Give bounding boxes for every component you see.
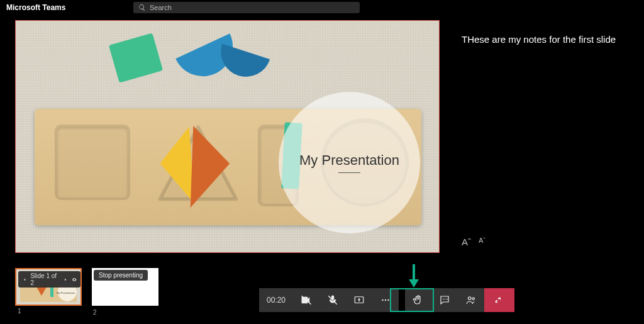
svg-point-10 [445, 299, 446, 300]
eye-icon[interactable] [72, 277, 77, 282]
hangup-button[interactable] [484, 288, 514, 312]
search-placeholder: Search [150, 4, 172, 11]
piece-triangle-orange [191, 126, 231, 209]
search-icon [138, 4, 146, 11]
svg-point-7 [385, 299, 386, 301]
call-toolbar: 00:20 [259, 288, 514, 312]
slide-nav-overlay: Slide 1 of 2 [18, 271, 80, 288]
camera-button[interactable] [293, 294, 319, 306]
piece-triangle-yellow [158, 126, 194, 206]
share-button[interactable] [346, 294, 372, 306]
participants-button[interactable] [458, 294, 484, 306]
slide-thumbnail-2[interactable]: Stop presenting 2 [92, 268, 158, 306]
hangup-icon [494, 294, 505, 306]
mic-button[interactable] [319, 294, 346, 306]
thumb-number-2: 2 [93, 309, 97, 316]
main-area: My Presentation THese are my notes for t… [0, 15, 644, 257]
current-slide[interactable]: My Presentation [15, 20, 440, 253]
svg-point-8 [387, 299, 389, 301]
app-title: Microsoft Teams [3, 3, 128, 12]
slide-area: My Presentation [0, 15, 453, 257]
svg-marker-2 [409, 279, 419, 288]
slide-title-circle: My Presentation [279, 92, 420, 233]
call-timer: 00:20 [259, 296, 293, 304]
hand-icon [413, 294, 424, 306]
camera-off-icon [301, 294, 312, 306]
chat-button[interactable] [431, 294, 458, 306]
svg-point-12 [469, 297, 472, 300]
slide-nav-label: Slide 1 of 2 [30, 272, 60, 286]
svg-point-9 [443, 299, 444, 300]
title-underline [338, 172, 360, 173]
people-icon [465, 294, 477, 306]
ellipsis-icon [380, 294, 391, 306]
font-increase-button[interactable]: Aˆ [462, 237, 471, 247]
slide-thumbnail-1[interactable]: My Presentation Slide 1 of 2 1 [15, 268, 82, 306]
thumbnail-row: My Presentation Slide 1 of 2 1 Stop pres… [15, 268, 158, 306]
notes-text[interactable]: THese are my notes for the first slide [462, 33, 635, 46]
raise-hand-button[interactable] [405, 294, 431, 306]
stop-presenting-button[interactable]: Stop presenting [94, 270, 148, 281]
annotation-arrow [407, 263, 421, 288]
svg-point-6 [382, 299, 383, 301]
chevron-left-icon[interactable] [22, 277, 27, 282]
more-button[interactable] [372, 294, 399, 306]
share-screen-icon [353, 294, 365, 306]
top-bar: Microsoft Teams Search [0, 0, 644, 15]
svg-point-11 [447, 299, 448, 300]
chat-icon [439, 294, 450, 306]
notes-panel: THese are my notes for the first slide A… [453, 15, 644, 257]
slot-square [55, 125, 130, 200]
font-size-controls: Aˆ Aˇ [462, 237, 635, 251]
search-input[interactable]: Search [133, 2, 360, 13]
chevron-right-icon[interactable] [63, 277, 68, 282]
slide-title: My Presentation [299, 152, 399, 169]
mic-off-icon [327, 294, 338, 306]
block-green [109, 33, 163, 82]
svg-point-13 [472, 298, 474, 299]
font-decrease-button[interactable]: Aˇ [479, 237, 486, 247]
thumb-number-1: 1 [18, 308, 21, 315]
